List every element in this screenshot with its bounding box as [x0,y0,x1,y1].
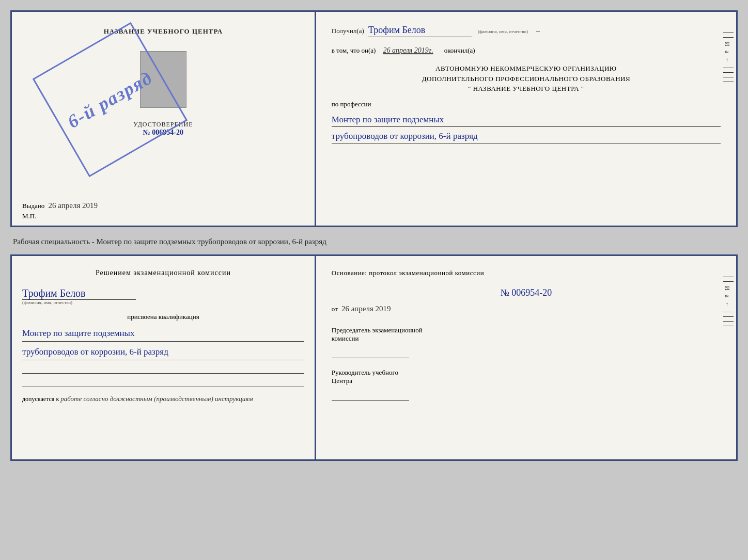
udostoverenie-title: УДОСТОВЕРЕНИЕ [133,121,193,129]
b-side-arrow: ← [723,301,734,308]
udostoverenie-block: УДОСТОВЕРЕНИЕ № 006954-20 [133,121,193,137]
udostoverenie-num: № 006954-20 [133,129,193,137]
profession-line1: Монтер по защите подземных [332,113,721,127]
profession-line2: трубопроводов от коррозии, 6-й разряд [332,129,721,143]
bottom-certificate: Решением экзаменационной комиссии Трофим… [10,254,738,461]
mp-block: М.П. [22,212,36,220]
dopuskaetsya-text: работе согласно должностным (производств… [60,395,253,403]
bottom-right-side-marks: И а ← [723,277,734,326]
b-side-dash-5 [723,321,734,322]
name-small-label: (фамилия, имя, отчество) [478,29,528,34]
protocol-date: 26 апреля 2019 [341,305,391,313]
qualification-line1: Монтер по защите подземных [22,326,304,342]
protocol-number: № 006954-20 [332,287,721,298]
b-side-dash-4 [723,316,734,317]
b-side-letter-a: а [723,295,734,297]
side-dash-4 [723,72,734,73]
vtom-line: в том, что он(а) 26 апреля 2019г. окончи… [332,46,721,55]
dopuskaetsya-label: допускается к [22,395,59,403]
right-side-marks: И а ← [723,33,734,82]
poluchil-label: Получил(a) [332,27,364,35]
vydano-block: Выдано 26 апреля 2019 [22,201,98,210]
resheniem-label: Решением экзаменационной комиссии [96,269,231,277]
blank-line-1 [22,363,304,374]
side-letter-i: И [723,42,734,46]
blank-line-2 [22,377,304,387]
bottom-name-block: Трофим Белов (фамилия, имя, отчество) [22,287,304,305]
chairman-line1: Председатель экзаменационной [332,326,721,334]
cert-right-panel: Получил(a) Трофим Белов (фамилия, имя, о… [316,12,736,226]
bottom-recipient-name: Трофим Белов [22,287,136,300]
b-side-letter-i: И [723,286,734,291]
bottom-name-small: (фамилия, имя, отчество) [22,300,72,305]
side-dash-5 [723,77,734,77]
qualification-line2: трубопроводов от коррозии, 6-й разряд [22,345,304,360]
rukovoditel-block: Руководитель учебного Центра [332,369,721,401]
vtom-label: в том, что он(а) [332,46,376,55]
osnovanie-label: Основание: протокол экзаменационной коми… [332,269,721,277]
side-dash-2 [723,37,734,38]
okonchil-label: окончил(а) [444,46,475,55]
org-line3: " НАЗВАНИЕ УЧЕБНОГО ЦЕНТРА " [332,84,721,94]
rukovoditel-signature-line [332,390,409,401]
chairman-line2: комиссии [332,334,721,343]
cert-left-panel: НАЗВАНИЕ УЧЕБНОГО ЦЕНТРА 6-й разряд УДОС… [12,12,316,226]
side-dash-6 [723,82,734,82]
org-block: АВТОНОМНУЮ НЕКОММЕРЧЕСКУЮ ОРГАНИЗАЦИЮ ДО… [332,63,721,94]
cert-title: НАЗВАНИЕ УЧЕБНОГО ЦЕНТРА [104,27,223,36]
resheniem-block: Решением экзаменационной комиссии [22,269,304,277]
org-line1: АВТОНОМНУЮ НЕКОММЕРЧЕСКУЮ ОРГАНИЗАЦИЮ [332,63,721,74]
ot-date-block: от 26 апреля 2019 [332,305,721,313]
po-professii-label: по профессии [332,100,721,108]
prisvoena-label: присвоена квалификация [22,313,304,321]
org-line2: ДОПОЛНИТЕЛЬНОГО ПРОФЕССИОНАЛЬНОГО ОБРАЗО… [332,74,721,84]
dopuskaetsya-block: допускается к работе согласно должностны… [22,395,304,403]
page-wrapper: НАЗВАНИЕ УЧЕБНОГО ЦЕНТРА 6-й разряд УДОС… [10,10,738,461]
chairman-block: Председатель экзаменационной комиссии [332,326,721,358]
bottom-left-panel: Решением экзаменационной комиссии Трофим… [12,256,316,459]
b-side-dash-6 [723,326,734,326]
chairman-signature-line [332,348,409,358]
dash: – [536,27,540,35]
side-dash-3 [723,68,734,68]
b-side-dash-2 [723,281,734,282]
ot-label: от [332,305,338,313]
b-side-dash-3 [723,312,734,312]
completion-date: 26 апреля 2019г. [383,46,433,55]
b-side-dash-1 [723,277,734,277]
photo-placeholder [140,51,186,108]
recipient-name: Трофим Белов [368,25,472,37]
side-dash-1 [723,33,734,33]
bottom-right-panel: Основание: протокол экзаменационной коми… [316,256,736,459]
rukovoditel-line2: Центра [332,377,721,385]
side-letter-a: а [723,51,734,53]
rukovoditel-line1: Руководитель учебного [332,369,721,377]
top-certificate: НАЗВАНИЕ УЧЕБНОГО ЦЕНТРА 6-й разряд УДОС… [10,10,738,227]
side-arrow: ← [723,57,734,63]
specialist-text: Рабочая специальность - Монтер по защите… [10,233,738,248]
vydano-label: Выдано [22,202,44,210]
poluchil-line: Получил(a) Трофим Белов (фамилия, имя, о… [332,25,721,37]
vydano-date: 26 апреля 2019 [49,201,98,210]
